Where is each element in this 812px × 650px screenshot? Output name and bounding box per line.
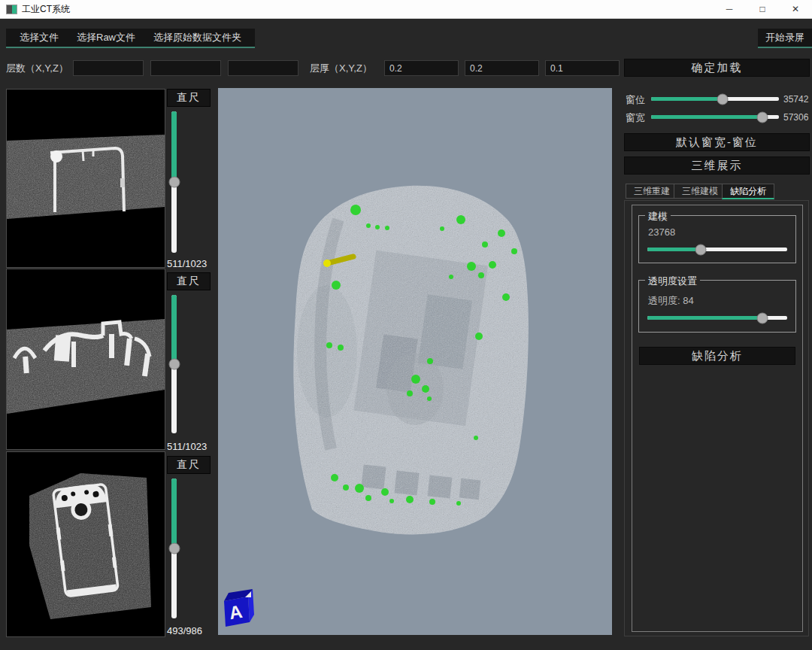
3d-viewport[interactable]: A [218, 88, 612, 635]
window-title: 工业CT系统 [22, 3, 70, 16]
orientation-cube-icon[interactable]: A [224, 589, 254, 627]
3d-volume-render: A [218, 88, 612, 635]
layers-x-input[interactable] [73, 60, 144, 76]
slice-slider-bottom-handle[interactable] [168, 543, 180, 554]
window-level-value: 35742 [783, 94, 808, 105]
modeling-threshold-value: 23768 [648, 226, 675, 238]
slice-slider-bottom[interactable] [171, 478, 177, 618]
slice-image-top [7, 90, 165, 267]
opacity-group-title: 透明度设置 [645, 275, 700, 288]
slice-slider-middle[interactable] [171, 295, 177, 433]
layers-label: 层数（X,Y,Z） [6, 62, 68, 74]
slice-slider-top[interactable] [171, 111, 177, 253]
slice-image-bottom [7, 452, 165, 636]
thickness-x-input[interactable] [384, 60, 459, 76]
opacity-slider-handle[interactable] [756, 312, 768, 323]
window-level-slider[interactable] [651, 97, 779, 101]
window-width-label: 窗宽 [626, 111, 645, 125]
opacity-slider[interactable] [647, 316, 787, 320]
modeling-group-title: 建模 [645, 210, 671, 223]
tab-defect-analysis[interactable]: 缺陷分析 [722, 184, 774, 199]
defect-analysis-button[interactable]: 缺陷分析 [639, 347, 795, 365]
slice-image-middle [7, 269, 165, 449]
modeling-threshold-slider[interactable] [647, 248, 787, 251]
file-button-group: 选择文件 选择Raw文件 选择原始数据文件夹 [6, 29, 255, 48]
slice-view-middle [6, 269, 165, 450]
slice-slider-top-handle[interactable] [168, 177, 180, 188]
slice-position-bottom: 493/986 [167, 625, 202, 636]
modeling-groupbox: 建模 23768 [638, 215, 796, 263]
window-controls: ─ □ ✕ [713, 0, 812, 18]
window-width-handle[interactable] [756, 111, 768, 123]
layers-z-input[interactable] [228, 60, 298, 76]
ruler-button-middle[interactable]: 直尺 [167, 272, 211, 290]
tab-3d-modeling[interactable]: 三维建模 [674, 184, 726, 199]
select-raw-data-folder-button[interactable]: 选择原始数据文件夹 [144, 29, 250, 46]
window-width-value: 57306 [783, 112, 808, 123]
minimize-button[interactable]: ─ [713, 0, 746, 18]
maximize-button[interactable]: □ [746, 0, 779, 18]
app-icon [6, 5, 17, 14]
window-level-label: 窗位 [626, 93, 645, 107]
opacity-groupbox: 透明度设置 透明度: 84 [638, 280, 796, 333]
thickness-label: 层厚（X,Y,Z） [310, 62, 372, 74]
select-raw-file-button[interactable]: 选择Raw文件 [68, 29, 144, 46]
ruler-button-top[interactable]: 直尺 [167, 89, 211, 107]
start-recording-button[interactable]: 开始录屏 [758, 31, 812, 44]
close-button[interactable]: ✕ [779, 0, 812, 18]
window-level-handle[interactable] [717, 93, 729, 105]
tab-3d-reconstruction[interactable]: 三维重建 [626, 184, 678, 199]
app-window: 工业CT系统 ─ □ ✕ 选择文件 选择Raw文件 选择原始数据文件夹 开始录屏… [0, 0, 812, 650]
ruler-button-bottom[interactable]: 直尺 [167, 456, 211, 474]
slice-position-middle: 511/1023 [167, 441, 207, 452]
titlebar: 工业CT系统 ─ □ ✕ [0, 0, 812, 19]
slice-view-bottom [6, 451, 165, 637]
thickness-y-input[interactable] [465, 60, 539, 76]
3d-display-button[interactable]: 三维展示 [624, 156, 810, 175]
select-file-button[interactable]: 选择文件 [11, 29, 68, 46]
slice-view-top [6, 89, 165, 268]
record-button-group: 开始录屏 [758, 29, 812, 48]
slice-slider-middle-handle[interactable] [168, 359, 180, 370]
modeling-threshold-handle[interactable] [695, 244, 706, 255]
opacity-value-label: 透明度: 84 [648, 294, 694, 308]
confirm-load-button[interactable]: 确定加载 [624, 59, 810, 77]
window-width-slider[interactable] [651, 115, 779, 119]
layers-y-input[interactable] [150, 60, 221, 76]
default-window-button[interactable]: 默认窗宽-窗位 [624, 133, 810, 151]
thickness-z-input[interactable] [545, 60, 620, 76]
slice-position-top: 511/1023 [167, 258, 207, 269]
defect-analysis-panel [632, 205, 803, 632]
